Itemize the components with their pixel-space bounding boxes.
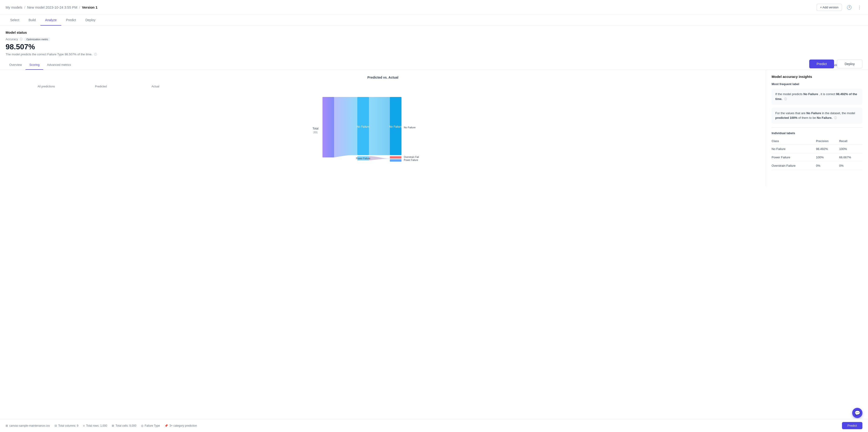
deploy-button[interactable]: Deploy	[837, 59, 862, 68]
header: My models / New model 2023-10-24 3:55 PM…	[0, 0, 868, 15]
insight2-highlight3: No Failure.	[817, 116, 833, 119]
insight1-highlight1: No Failure	[803, 92, 818, 96]
header-actions: + Add version 🕐 ⋮	[817, 4, 862, 11]
insight-box-1: If the model predicts No Failure , it is…	[772, 89, 862, 105]
accuracy-info-icon[interactable]: ⓘ	[20, 37, 23, 41]
insight-box-2: For the values that are No Failure in th…	[772, 108, 862, 124]
insight2-highlight1: No Failure	[806, 111, 821, 115]
optimization-badge: Optimization metric	[24, 37, 50, 41]
breadcrumb-my-models[interactable]: My models	[6, 5, 23, 9]
predict-button[interactable]: Predict	[809, 59, 834, 68]
col-class: Class	[772, 140, 816, 143]
sub-tab-overview[interactable]: Overview	[6, 60, 26, 70]
most-frequent-subtitle: Most frequent label	[772, 82, 862, 86]
table-header: Class Precision Recall	[772, 138, 862, 145]
accuracy-value: 98.507%	[6, 42, 862, 51]
panel-title: Model accuracy insights	[772, 75, 862, 79]
accuracy-label: Accuracy	[6, 37, 18, 41]
breadcrumb: My models / New model 2023-10-24 3:55 PM…	[6, 5, 98, 9]
tab-analyze[interactable]: Analyze	[40, 15, 61, 26]
desc-info-icon[interactable]: ⓘ	[94, 53, 97, 56]
sub-tabs-list: Overview Scoring Advanced metrics	[6, 60, 75, 70]
insight2-highlight2: predicted 100%	[775, 116, 797, 119]
col-precision: Precision	[816, 140, 839, 143]
row2-class: Power Failure	[772, 155, 816, 159]
breadcrumb-sep2: /	[79, 5, 80, 9]
model-status-section: Model status Accuracy ⓘ Optimization met…	[0, 26, 868, 57]
row1-precision: 98.492%	[816, 147, 839, 151]
insight1-text-middle: , it is correct	[819, 92, 835, 96]
total-value: 201	[313, 131, 318, 134]
sub-tabs: Overview Scoring Advanced metrics 📊 Mode…	[0, 60, 868, 70]
individual-labels-title: Individual labels	[772, 132, 862, 135]
tab-select[interactable]: Select	[6, 15, 24, 26]
tab-build[interactable]: Build	[24, 15, 40, 26]
accuracy-desc-text: The model predicts the correct Failure T…	[6, 53, 92, 56]
insight2-text-middle: in the dataset, the model	[822, 111, 855, 115]
tab-predict[interactable]: Predict	[61, 15, 81, 26]
add-version-button[interactable]: + Add version	[817, 4, 842, 11]
sub-tab-scoring[interactable]: Scoring	[26, 60, 43, 70]
row2-recall: 66.667%	[839, 155, 862, 159]
model-status-title: Model status	[6, 30, 862, 34]
sankey-chart: Total 201	[6, 90, 760, 169]
history-icon[interactable]: 🕐	[846, 4, 852, 11]
chart-label-predicted: Predicted	[88, 85, 114, 88]
main-content: Predicted vs. Actual All predictions Pre…	[0, 70, 868, 186]
no-failure-right-label: No Failure	[404, 126, 416, 129]
total-label: Total	[312, 127, 318, 130]
row2-precision: 100%	[816, 155, 839, 159]
row3-precision: 0%	[816, 164, 839, 167]
tab-deploy[interactable]: Deploy	[81, 15, 100, 26]
sankey-svg: Total 201	[6, 90, 760, 169]
chart-label-all-predictions: All predictions	[33, 85, 59, 88]
all-predictions-bar	[322, 97, 334, 157]
insight1-text-before: If the model predicts	[775, 92, 803, 96]
panel-divider	[772, 127, 862, 128]
power-failure-left-label: Power Failure	[356, 157, 370, 160]
chart-title: Predicted vs. Actual	[6, 76, 760, 79]
nav-tabs: Select Build Analyze Predict Deploy	[0, 15, 868, 26]
breadcrumb-model-name[interactable]: New model 2023-10-24 3:55 PM	[27, 5, 78, 9]
right-panel: Model accuracy insights Most frequent la…	[766, 70, 868, 186]
power-failure-right-label: Power Failure	[404, 159, 418, 161]
insight1-info-icon[interactable]: ⓘ	[784, 97, 787, 101]
table-row: Power Failure 100% 66.667%	[772, 153, 862, 162]
accuracy-row: Accuracy ⓘ Optimization metric	[6, 37, 862, 41]
insight2-text-before: For the values that are	[775, 111, 806, 115]
flow-power-failure-2	[369, 156, 390, 161]
accuracy-description: The model predicts the correct Failure T…	[6, 53, 862, 57]
table-row: No Failure 98.492% 100%	[772, 145, 862, 153]
chart-area: Predicted vs. Actual All predictions Pre…	[0, 70, 766, 186]
actual-no-failure-label: No Failure	[389, 125, 402, 128]
insight2-info-icon[interactable]: ⓘ	[834, 116, 837, 119]
row3-recall: 0%	[839, 164, 862, 167]
row1-recall: 100%	[839, 147, 862, 151]
chart-label-actual: Actual	[143, 85, 168, 88]
row3-class: Overstrain Failure	[772, 164, 816, 167]
insight2-text-after: of them to be	[798, 116, 816, 119]
col-recall: Recall	[839, 140, 862, 143]
table-row: Overstrain Failure 0% 0%	[772, 162, 862, 170]
overstrain-right-label: Overstrain Fail	[404, 156, 419, 159]
actual-bar-power-failure	[390, 159, 401, 162]
flow-no-failure-left	[334, 97, 357, 157]
predicted-no-failure-label: No Failure	[356, 125, 370, 128]
more-options-icon[interactable]: ⋮	[857, 4, 862, 11]
flow-no-failure-right	[369, 97, 390, 155]
row1-class: No Failure	[772, 147, 816, 151]
action-buttons: Predict Deploy	[809, 59, 862, 68]
breadcrumb-version: Version 1	[82, 5, 98, 9]
model-status-wrapper: Model status Accuracy ⓘ Optimization met…	[0, 26, 868, 57]
sub-tab-advanced-metrics[interactable]: Advanced metrics	[43, 60, 74, 70]
breadcrumb-sep1: /	[24, 5, 25, 9]
actual-bar-overstrain	[390, 156, 401, 159]
